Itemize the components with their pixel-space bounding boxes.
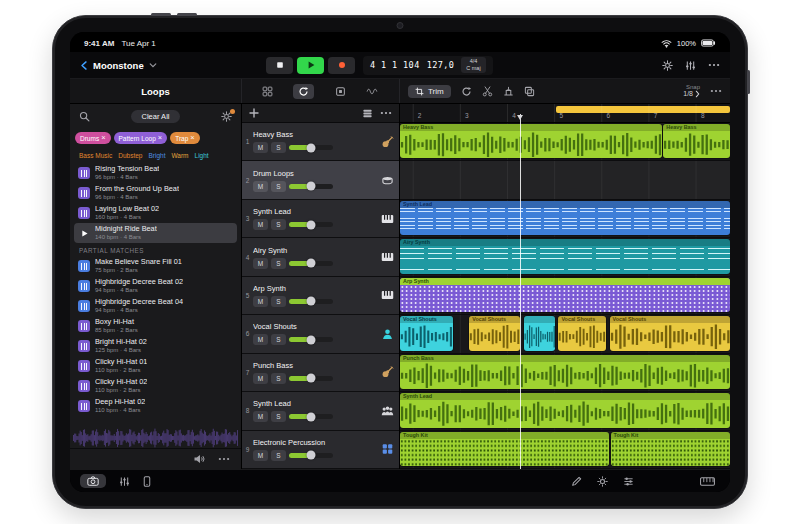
pencil-tool-icon[interactable] [571,476,582,487]
join-tool-icon[interactable] [503,86,514,97]
project-menu-chevron-icon[interactable] [149,63,157,68]
loop-filter-settings[interactable] [221,111,232,122]
region[interactable]: Heavy Bass [400,124,662,158]
solo-button[interactable]: S [271,334,286,345]
volume-slider[interactable] [289,145,333,150]
trim-tool-button[interactable]: Trim [408,85,451,98]
media-browser-button[interactable] [80,474,106,488]
project-title[interactable]: Moonstone [93,60,144,71]
lcd-display[interactable]: 4 1 1 104 127,0 4/4 C maj [363,56,493,75]
loop-list-item[interactable]: Laying Low Beat 02 160 bpm · 4 Bars [74,203,237,223]
mute-button[interactable]: M [253,411,268,422]
loop-list-item[interactable]: Midnight Ride Beat 140 bpm · 4 Bars [74,223,237,243]
solo-button[interactable]: S [271,219,286,230]
solo-button[interactable]: S [271,142,286,153]
mute-button[interactable]: M [253,181,268,192]
timeline-track-lane[interactable]: Heavy BassHeavy Bass [400,123,730,161]
timeline-track-lane[interactable]: Synth Lead [400,392,730,430]
loop-list-item[interactable]: Bright Hi-Hat 02 125 bpm · 4 Bars [74,336,237,356]
track-header[interactable]: 4 Airy Synth M S [242,238,399,276]
region[interactable]: Punch Bass [400,355,730,389]
back-icon[interactable] [80,60,88,71]
keyboard-icon[interactable] [700,477,715,486]
region[interactable]: Vocal Shouts [469,316,520,350]
track-header[interactable]: 6 Vocal Shouts M S [242,315,399,353]
volume-slider[interactable] [289,222,333,227]
loop-more-icon[interactable] [218,457,230,461]
timeline-track-lane[interactable] [400,161,730,199]
volume-knob[interactable] [307,412,316,421]
volume-slider[interactable] [289,453,333,458]
mute-button[interactable]: M [253,373,268,384]
clear-all-button[interactable]: Clear All [131,110,181,123]
region[interactable]: Vocal Shouts [610,316,730,350]
track-header[interactable]: 5 Arp Synth M S [242,277,399,315]
copy-tool-icon[interactable] [524,86,535,97]
region[interactable]: Synth Lead [400,393,730,427]
mixer-button-icon[interactable] [119,476,130,487]
mixer-icon[interactable] [685,60,696,71]
loop-list-item[interactable]: Highbridge Decree Beat 04 94 bpm · 4 Bar… [74,296,237,316]
track-header[interactable]: 1 Heavy Bass M S [242,123,399,161]
tag-suggestion[interactable]: Warm [171,152,188,159]
loop-list-item[interactable]: Deep Hi-Hat 02 110 bpm · 4 Bars [74,396,237,416]
chip-remove-icon[interactable]: × [158,134,162,142]
loop-list-item[interactable]: From the Ground Up Beat 96 bpm · 4 Bars [74,183,237,203]
solo-button[interactable]: S [271,450,286,461]
smart-controls-icon[interactable] [623,476,634,487]
timeline-track-lane[interactable]: Vocal ShoutsVocal ShoutsVocal ShoutsVoca… [400,315,730,353]
split-tool-icon[interactable] [482,86,493,97]
volume-slider[interactable] [289,261,333,266]
track-header[interactable]: 9 Electronic Percussion M S [242,431,399,469]
volume-slider[interactable] [289,414,333,419]
volume-knob[interactable] [307,451,316,460]
tag-suggestion[interactable]: Bass Music [79,152,112,159]
search-icon[interactable] [79,111,90,122]
region[interactable]: Airy Synth [400,239,730,273]
filter-chip[interactable]: Trap× [170,132,200,144]
loop-list-item[interactable]: Highbridge Decree Beat 02 94 bpm · 4 Bar… [74,276,237,296]
region[interactable]: Heavy Bass [663,124,730,158]
chip-remove-icon[interactable]: × [190,134,194,142]
track-stack-icon[interactable] [362,108,373,119]
track-header[interactable]: 8 Synth Lead M S [242,392,399,430]
loop-preview-waveform[interactable] [73,428,238,448]
region[interactable]: Arp Synth [400,278,730,312]
volume-knob[interactable] [307,220,316,229]
solo-button[interactable]: S [271,373,286,384]
mute-button[interactable]: M [253,258,268,269]
loop-list-item[interactable]: Clicky Hi-Hat 01 110 bpm · 2 Bars [74,356,237,376]
grid-view-icon[interactable] [262,86,273,97]
region[interactable]: Tough Kit [400,432,609,466]
volume-knob[interactable] [307,182,316,191]
timeline-track-lane[interactable]: Synth Lead [400,200,730,238]
timeline-track-lane[interactable]: Punch Bass [400,354,730,392]
tag-suggestion[interactable]: Bright [148,152,165,159]
volume-slider[interactable] [289,299,333,304]
volume-knob[interactable] [307,297,316,306]
cell-view-icon[interactable] [335,86,346,97]
playhead[interactable] [520,114,521,469]
volume-slider[interactable] [289,184,333,189]
solo-button[interactable]: S [271,181,286,192]
solo-button[interactable]: S [271,411,286,422]
filter-chip[interactable]: Drums× [75,132,111,144]
timeline-track-lane[interactable]: Tough KitTough Kit [400,431,730,469]
timeline-track-lane[interactable]: Arp Synth [400,277,730,315]
track-more-icon[interactable] [380,111,392,115]
mute-button[interactable]: M [253,219,268,230]
volume-slider[interactable] [289,376,333,381]
mute-button[interactable]: M [253,334,268,345]
add-track-icon[interactable] [249,108,259,118]
timeline-more-icon[interactable] [710,89,722,93]
volume-knob[interactable] [307,143,316,152]
loop-list-item[interactable]: Make Believe Snare Fill 01 75 bpm · 2 Ba… [74,256,237,276]
record-button[interactable] [328,57,355,74]
track-header[interactable]: 3 Synth Lead M S [242,200,399,238]
stop-button[interactable] [266,57,293,74]
volume-slider[interactable] [289,337,333,342]
volume-knob[interactable] [307,335,316,344]
track-header[interactable]: 2 Drum Loops M S [242,161,399,199]
region[interactable]: Synth Lead [400,201,730,235]
wave-view-icon[interactable] [366,87,379,96]
